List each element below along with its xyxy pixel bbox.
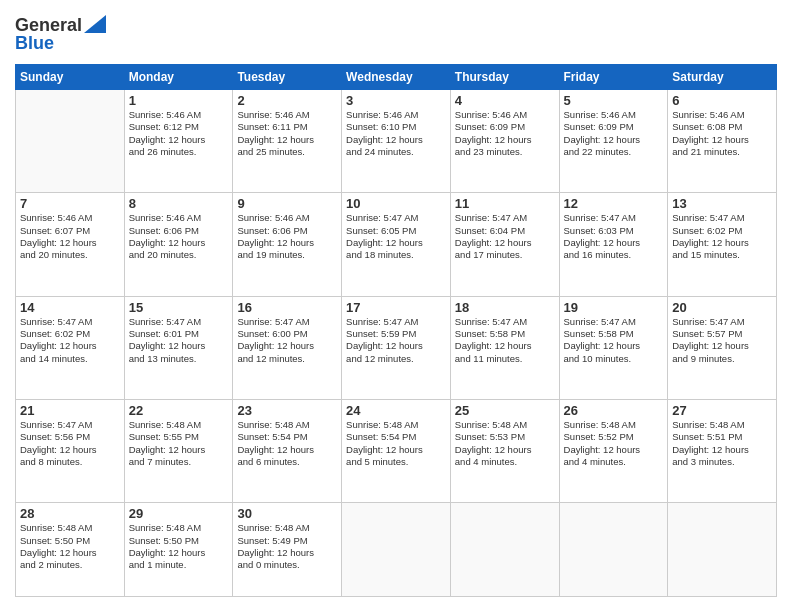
- weekday-header-wednesday: Wednesday: [342, 65, 451, 90]
- calendar-cell: 30Sunrise: 5:48 AM Sunset: 5:49 PM Dayli…: [233, 503, 342, 597]
- day-number: 5: [564, 93, 664, 108]
- calendar-cell: [668, 503, 777, 597]
- day-info: Sunrise: 5:46 AM Sunset: 6:09 PM Dayligh…: [455, 109, 555, 158]
- day-number: 6: [672, 93, 772, 108]
- calendar-cell: [342, 503, 451, 597]
- calendar-cell: 6Sunrise: 5:46 AM Sunset: 6:08 PM Daylig…: [668, 90, 777, 193]
- week-row-4: 21Sunrise: 5:47 AM Sunset: 5:56 PM Dayli…: [16, 400, 777, 503]
- calendar-cell: 17Sunrise: 5:47 AM Sunset: 5:59 PM Dayli…: [342, 296, 451, 399]
- day-number: 11: [455, 196, 555, 211]
- weekday-header-sunday: Sunday: [16, 65, 125, 90]
- calendar-cell: 29Sunrise: 5:48 AM Sunset: 5:50 PM Dayli…: [124, 503, 233, 597]
- day-info: Sunrise: 5:47 AM Sunset: 5:58 PM Dayligh…: [564, 316, 664, 365]
- calendar-cell: 14Sunrise: 5:47 AM Sunset: 6:02 PM Dayli…: [16, 296, 125, 399]
- calendar-cell: [559, 503, 668, 597]
- day-info: Sunrise: 5:46 AM Sunset: 6:11 PM Dayligh…: [237, 109, 337, 158]
- header: General Blue: [15, 15, 777, 54]
- day-info: Sunrise: 5:47 AM Sunset: 5:58 PM Dayligh…: [455, 316, 555, 365]
- day-info: Sunrise: 5:46 AM Sunset: 6:09 PM Dayligh…: [564, 109, 664, 158]
- calendar-cell: 10Sunrise: 5:47 AM Sunset: 6:05 PM Dayli…: [342, 193, 451, 296]
- day-number: 27: [672, 403, 772, 418]
- calendar-cell: 1Sunrise: 5:46 AM Sunset: 6:12 PM Daylig…: [124, 90, 233, 193]
- day-info: Sunrise: 5:47 AM Sunset: 6:01 PM Dayligh…: [129, 316, 229, 365]
- day-info: Sunrise: 5:47 AM Sunset: 6:02 PM Dayligh…: [20, 316, 120, 365]
- calendar-cell: 9Sunrise: 5:46 AM Sunset: 6:06 PM Daylig…: [233, 193, 342, 296]
- day-number: 8: [129, 196, 229, 211]
- day-number: 2: [237, 93, 337, 108]
- calendar-cell: 24Sunrise: 5:48 AM Sunset: 5:54 PM Dayli…: [342, 400, 451, 503]
- day-number: 18: [455, 300, 555, 315]
- day-number: 14: [20, 300, 120, 315]
- day-info: Sunrise: 5:46 AM Sunset: 6:06 PM Dayligh…: [237, 212, 337, 261]
- day-number: 25: [455, 403, 555, 418]
- day-number: 19: [564, 300, 664, 315]
- day-info: Sunrise: 5:47 AM Sunset: 5:57 PM Dayligh…: [672, 316, 772, 365]
- week-row-5: 28Sunrise: 5:48 AM Sunset: 5:50 PM Dayli…: [16, 503, 777, 597]
- calendar-cell: [16, 90, 125, 193]
- day-info: Sunrise: 5:47 AM Sunset: 6:02 PM Dayligh…: [672, 212, 772, 261]
- day-number: 10: [346, 196, 446, 211]
- week-row-2: 7Sunrise: 5:46 AM Sunset: 6:07 PM Daylig…: [16, 193, 777, 296]
- day-info: Sunrise: 5:46 AM Sunset: 6:10 PM Dayligh…: [346, 109, 446, 158]
- calendar-cell: 2Sunrise: 5:46 AM Sunset: 6:11 PM Daylig…: [233, 90, 342, 193]
- day-info: Sunrise: 5:48 AM Sunset: 5:52 PM Dayligh…: [564, 419, 664, 468]
- weekday-header-thursday: Thursday: [450, 65, 559, 90]
- calendar-cell: 19Sunrise: 5:47 AM Sunset: 5:58 PM Dayli…: [559, 296, 668, 399]
- day-number: 28: [20, 506, 120, 521]
- logo-icon: [84, 15, 106, 33]
- weekday-header-friday: Friday: [559, 65, 668, 90]
- day-info: Sunrise: 5:47 AM Sunset: 5:56 PM Dayligh…: [20, 419, 120, 468]
- day-number: 7: [20, 196, 120, 211]
- day-info: Sunrise: 5:47 AM Sunset: 6:05 PM Dayligh…: [346, 212, 446, 261]
- calendar-cell: 27Sunrise: 5:48 AM Sunset: 5:51 PM Dayli…: [668, 400, 777, 503]
- day-info: Sunrise: 5:48 AM Sunset: 5:51 PM Dayligh…: [672, 419, 772, 468]
- calendar-cell: 13Sunrise: 5:47 AM Sunset: 6:02 PM Dayli…: [668, 193, 777, 296]
- calendar-table: SundayMondayTuesdayWednesdayThursdayFrid…: [15, 64, 777, 597]
- calendar-cell: 22Sunrise: 5:48 AM Sunset: 5:55 PM Dayli…: [124, 400, 233, 503]
- day-info: Sunrise: 5:48 AM Sunset: 5:54 PM Dayligh…: [346, 419, 446, 468]
- day-info: Sunrise: 5:48 AM Sunset: 5:54 PM Dayligh…: [237, 419, 337, 468]
- day-number: 22: [129, 403, 229, 418]
- day-info: Sunrise: 5:46 AM Sunset: 6:07 PM Dayligh…: [20, 212, 120, 261]
- week-row-3: 14Sunrise: 5:47 AM Sunset: 6:02 PM Dayli…: [16, 296, 777, 399]
- day-number: 16: [237, 300, 337, 315]
- day-info: Sunrise: 5:48 AM Sunset: 5:50 PM Dayligh…: [20, 522, 120, 571]
- calendar-cell: 21Sunrise: 5:47 AM Sunset: 5:56 PM Dayli…: [16, 400, 125, 503]
- calendar-cell: 23Sunrise: 5:48 AM Sunset: 5:54 PM Dayli…: [233, 400, 342, 503]
- calendar-cell: 3Sunrise: 5:46 AM Sunset: 6:10 PM Daylig…: [342, 90, 451, 193]
- day-number: 1: [129, 93, 229, 108]
- calendar-cell: 28Sunrise: 5:48 AM Sunset: 5:50 PM Dayli…: [16, 503, 125, 597]
- calendar-cell: 20Sunrise: 5:47 AM Sunset: 5:57 PM Dayli…: [668, 296, 777, 399]
- page: General Blue SundayMondayTuesdayWednesda…: [0, 0, 792, 612]
- logo-blue-text: Blue: [15, 33, 106, 54]
- day-number: 3: [346, 93, 446, 108]
- day-number: 9: [237, 196, 337, 211]
- weekday-header-monday: Monday: [124, 65, 233, 90]
- weekday-header-saturday: Saturday: [668, 65, 777, 90]
- day-info: Sunrise: 5:48 AM Sunset: 5:55 PM Dayligh…: [129, 419, 229, 468]
- weekday-header-row: SundayMondayTuesdayWednesdayThursdayFrid…: [16, 65, 777, 90]
- day-number: 4: [455, 93, 555, 108]
- day-info: Sunrise: 5:46 AM Sunset: 6:08 PM Dayligh…: [672, 109, 772, 158]
- day-number: 29: [129, 506, 229, 521]
- calendar-cell: 11Sunrise: 5:47 AM Sunset: 6:04 PM Dayli…: [450, 193, 559, 296]
- day-info: Sunrise: 5:48 AM Sunset: 5:53 PM Dayligh…: [455, 419, 555, 468]
- day-number: 13: [672, 196, 772, 211]
- day-number: 15: [129, 300, 229, 315]
- day-number: 21: [20, 403, 120, 418]
- calendar-cell: 4Sunrise: 5:46 AM Sunset: 6:09 PM Daylig…: [450, 90, 559, 193]
- svg-marker-0: [84, 15, 106, 33]
- day-info: Sunrise: 5:47 AM Sunset: 5:59 PM Dayligh…: [346, 316, 446, 365]
- day-info: Sunrise: 5:47 AM Sunset: 6:00 PM Dayligh…: [237, 316, 337, 365]
- calendar-cell: 26Sunrise: 5:48 AM Sunset: 5:52 PM Dayli…: [559, 400, 668, 503]
- calendar-cell: [450, 503, 559, 597]
- calendar-cell: 12Sunrise: 5:47 AM Sunset: 6:03 PM Dayli…: [559, 193, 668, 296]
- logo: General Blue: [15, 15, 106, 54]
- day-info: Sunrise: 5:47 AM Sunset: 6:04 PM Dayligh…: [455, 212, 555, 261]
- calendar-cell: 15Sunrise: 5:47 AM Sunset: 6:01 PM Dayli…: [124, 296, 233, 399]
- day-number: 26: [564, 403, 664, 418]
- calendar-cell: 8Sunrise: 5:46 AM Sunset: 6:06 PM Daylig…: [124, 193, 233, 296]
- calendar-cell: 18Sunrise: 5:47 AM Sunset: 5:58 PM Dayli…: [450, 296, 559, 399]
- calendar-cell: 5Sunrise: 5:46 AM Sunset: 6:09 PM Daylig…: [559, 90, 668, 193]
- week-row-1: 1Sunrise: 5:46 AM Sunset: 6:12 PM Daylig…: [16, 90, 777, 193]
